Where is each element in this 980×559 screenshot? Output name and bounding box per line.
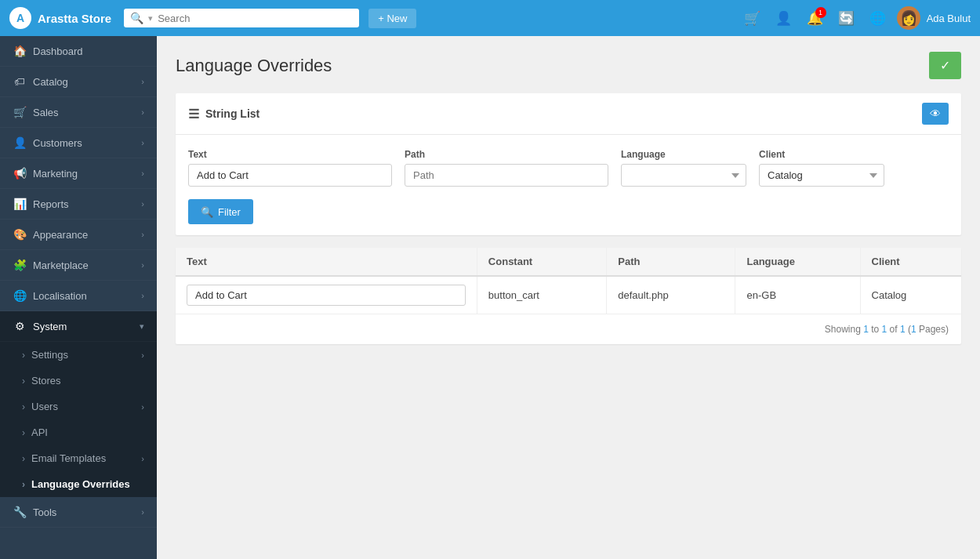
save-button[interactable]: ✓: [929, 52, 961, 79]
sidebar-subitem-api[interactable]: › API: [0, 419, 157, 445]
string-list-card: ☰ String List 👁 Text Path Language: [176, 93, 961, 235]
chevron-right-icon: ›: [141, 107, 144, 117]
path-label: Path: [405, 149, 608, 160]
system-submenu: › Settings › › Stores › Users › › API › …: [0, 342, 157, 497]
sidebar-item-label: Catalog: [33, 76, 68, 88]
col-constant: Constant: [477, 248, 606, 276]
sidebar-subitem-language-overrides[interactable]: › Language Overrides: [0, 471, 157, 497]
sidebar-item-localisation[interactable]: 🌐 Localisation ›: [0, 281, 157, 311]
sidebar-item-label: Marketing: [33, 168, 78, 180]
cell-constant: button_cart: [477, 276, 606, 314]
sidebar-item-label: Sales: [33, 107, 59, 118]
chevron-right-icon: ›: [141, 454, 144, 463]
localisation-icon: 🌐: [13, 289, 27, 302]
sidebar-item-appearance[interactable]: 🎨 Appearance ›: [0, 220, 157, 250]
search-icon: 🔍: [130, 12, 143, 24]
chevron-right-icon: ›: [141, 402, 144, 412]
page-header: Language Overrides ✓: [176, 52, 961, 79]
sidebar-item-label: System: [33, 321, 67, 332]
sidebar-item-label: Appearance: [33, 229, 88, 241]
filter-form: Text Path Language en-GB Client: [176, 135, 961, 235]
notification-icon[interactable]: 🔔 1: [803, 5, 828, 31]
client-form-group: Client Catalog Admin: [759, 149, 884, 187]
list-icon: ☰: [188, 107, 199, 122]
string-list-title: String List: [205, 107, 260, 120]
user-icon[interactable]: 👤: [771, 5, 797, 31]
sidebar-subitem-email-templates[interactable]: › Email Templates ›: [0, 445, 157, 471]
cart-icon[interactable]: 🛒: [740, 5, 765, 31]
help-icon[interactable]: 🌐: [866, 5, 891, 31]
col-path: Path: [607, 248, 735, 276]
language-select[interactable]: en-GB: [621, 164, 746, 187]
sidebar-item-sales[interactable]: 🛒 Sales ›: [0, 97, 157, 128]
page-title: Language Overrides: [176, 56, 332, 76]
sidebar-item-label: Reports: [33, 198, 69, 210]
page-pages: 1: [911, 324, 916, 335]
search-input[interactable]: [158, 13, 353, 24]
dashboard-icon: 🏠: [13, 45, 27, 57]
col-client: Client: [860, 248, 961, 276]
sidebar-subitem-label: Users: [31, 401, 58, 412]
top-nav: A Arastta Store 🔍 ▾ + New 🛒 👤 🔔 1 🔄 🌐 👩 …: [0, 0, 980, 36]
bullet-icon: ›: [22, 479, 25, 490]
results-table: Text Constant Path Language Client butto…: [176, 248, 961, 314]
notification-badge: 1: [815, 7, 826, 18]
chevron-right-icon: ›: [141, 291, 144, 300]
client-select[interactable]: Catalog Admin: [759, 164, 884, 187]
brand-icon: A: [9, 7, 31, 29]
sidebar-item-marketing[interactable]: 📢 Marketing ›: [0, 158, 157, 189]
filter-search-icon: 🔍: [201, 206, 213, 218]
path-form-group: Path: [405, 149, 608, 187]
avatar[interactable]: 👩: [897, 6, 920, 30]
sidebar: 🏠 Dashboard 🏷 Catalog › 🛒 Sales › 👤 Cust…: [0, 36, 157, 559]
path-input[interactable]: [405, 164, 608, 187]
customers-icon: 👤: [13, 136, 27, 149]
sidebar-subitem-users[interactable]: › Users ›: [0, 394, 157, 419]
chevron-right-icon: ›: [141, 138, 144, 147]
marketplace-icon: 🧩: [13, 259, 27, 271]
sidebar-item-system[interactable]: ⚙ System ▾: [0, 311, 157, 342]
page-total: 1: [900, 324, 906, 335]
bullet-icon: ›: [22, 401, 25, 412]
sidebar-item-label: Dashboard: [33, 45, 83, 57]
reports-icon: 📊: [13, 198, 27, 210]
cell-language: en-GB: [735, 276, 860, 314]
chevron-right-icon: ›: [141, 199, 144, 209]
sidebar-item-tools[interactable]: 🔧 Tools ›: [0, 497, 157, 528]
pagination-text: Showing 1 to 1 of 1 (1 Pages): [825, 324, 949, 335]
col-language: Language: [735, 248, 860, 276]
sidebar-item-customers[interactable]: 👤 Customers ›: [0, 128, 157, 158]
sidebar-item-marketplace[interactable]: 🧩 Marketplace ›: [0, 250, 157, 281]
language-label: Language: [621, 149, 746, 160]
appearance-icon: 🎨: [13, 228, 27, 241]
sidebar-item-catalog[interactable]: 🏷 Catalog ›: [0, 67, 157, 97]
page-to: 1: [882, 324, 887, 335]
sidebar-item-dashboard[interactable]: 🏠 Dashboard: [0, 36, 157, 67]
username[interactable]: Ada Bulut: [927, 13, 971, 24]
sidebar-subitem-settings[interactable]: › Settings ›: [0, 342, 157, 368]
sidebar-item-reports[interactable]: 📊 Reports ›: [0, 189, 157, 220]
sidebar-item-label: Marketplace: [33, 260, 89, 271]
sidebar-subitem-stores[interactable]: › Stores: [0, 368, 157, 394]
search-box[interactable]: 🔍 ▾: [124, 9, 359, 27]
refresh-icon[interactable]: 🔄: [834, 5, 859, 31]
col-text: Text: [176, 248, 477, 276]
new-button[interactable]: + New: [368, 9, 416, 28]
brand[interactable]: A Arastta Store: [9, 7, 111, 29]
text-cell-input[interactable]: [187, 285, 466, 306]
cell-client: Catalog: [860, 276, 961, 314]
visibility-button[interactable]: 👁: [922, 103, 949, 125]
pagination-info: Showing 1 to 1 of 1 (1 Pages): [176, 314, 961, 344]
catalog-icon: 🏷: [13, 75, 27, 88]
sidebar-subitem-label: Stores: [31, 375, 61, 387]
sidebar-item-label: Customers: [33, 137, 82, 149]
cell-path: default.php: [607, 276, 735, 314]
search-arrow-icon: ▾: [148, 13, 153, 24]
sidebar-item-label: Localisation: [33, 290, 87, 302]
system-icon: ⚙: [13, 320, 27, 332]
page-from: 1: [863, 324, 869, 335]
text-input[interactable]: [188, 164, 392, 187]
chevron-right-icon: ›: [141, 230, 144, 239]
tools-icon: 🔧: [13, 506, 27, 518]
filter-button[interactable]: 🔍 Filter: [188, 199, 253, 224]
